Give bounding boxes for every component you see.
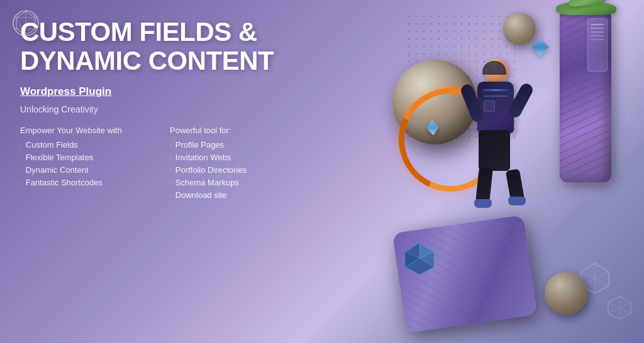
plugin-label-text: Wordpress Plugin	[20, 85, 111, 97]
right-cylinder-decoration	[560, 9, 611, 182]
right-list: · Profile Pages · Invitation Webs · Port…	[170, 140, 307, 200]
tagline: Unlocking Creativity	[20, 104, 307, 114]
bullet-icon: ·	[170, 179, 172, 186]
list-item: · Fantastic Shortcodes	[20, 178, 157, 187]
background: CUSTOM FIELDS & DYNAMIC CONTENT Wordpres…	[0, 0, 644, 343]
left-column: Empower Your Website with · Custom Field…	[20, 126, 157, 203]
content-area: CUSTOM FIELDS & DYNAMIC CONTENT Wordpres…	[0, 0, 327, 343]
features-columns: Empower Your Website with · Custom Field…	[20, 126, 307, 203]
bottom-sphere-decoration	[545, 272, 587, 315]
plugin-label-link[interactable]: Wordpress Plugin	[20, 85, 111, 98]
bullet-icon: ·	[20, 141, 22, 148]
bottom-right-crystal-2-icon	[606, 295, 633, 321]
left-list: · Custom Fields · Flexible Templates · D…	[20, 140, 157, 187]
bullet-icon: ·	[170, 141, 172, 148]
right-column: Powerful tool for: · Profile Pages · Inv…	[170, 126, 307, 203]
list-item: · Custom Fields	[20, 140, 157, 150]
right-col-header: Powerful tool for:	[170, 126, 307, 135]
bullet-icon: ·	[20, 166, 22, 173]
list-item: · Dynamic Content	[20, 165, 157, 175]
list-item: · Flexible Templates	[20, 153, 157, 162]
small-sphere-top-decoration	[503, 13, 536, 45]
character-figure	[453, 47, 538, 226]
list-item: · Portfolio Directories	[170, 165, 307, 175]
bullet-icon: ·	[170, 154, 172, 161]
main-title-line2: DYNAMIC CONTENT	[20, 46, 274, 75]
bullet-icon: ·	[170, 192, 172, 199]
main-title: CUSTOM FIELDS & DYNAMIC CONTENT	[20, 18, 307, 75]
bullet-icon: ·	[170, 166, 172, 173]
left-col-header: Empower Your Website with	[20, 126, 157, 135]
list-item: · Schema Markups	[170, 178, 307, 187]
right-wireframe-gem-icon	[610, 110, 629, 129]
list-item: · Download site	[170, 190, 307, 200]
bullet-icon: ·	[20, 179, 22, 186]
list-item: · Profile Pages	[170, 140, 307, 150]
list-item: · Invitation Webs	[170, 153, 307, 162]
main-title-line1: CUSTOM FIELDS &	[20, 17, 257, 46]
bullet-icon: ·	[20, 154, 22, 161]
blue-polyhedron-icon	[401, 241, 438, 277]
